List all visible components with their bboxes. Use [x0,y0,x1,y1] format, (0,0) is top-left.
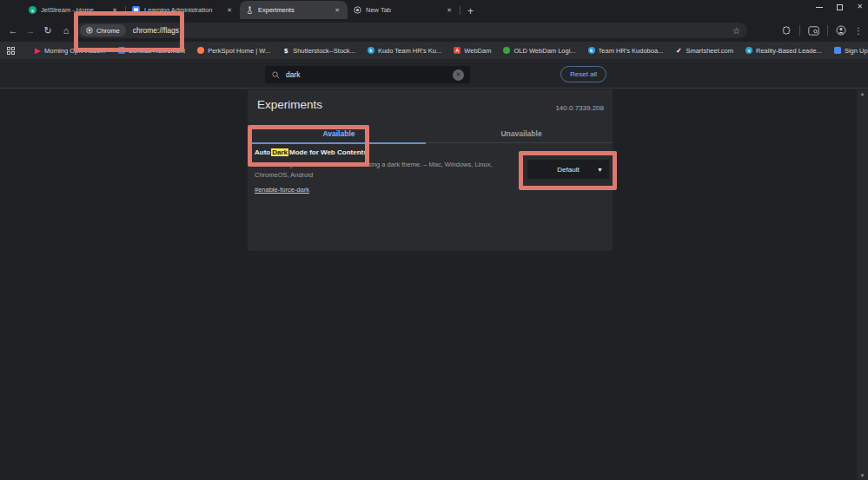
forward-icon[interactable]: → [23,19,38,42]
bookmark-label: WebDam [464,47,491,55]
tab-title: JetStream - Home [41,6,106,14]
kudoboard-badge-icon: k [588,47,595,54]
bookmark-star-icon[interactable]: ☆ [732,26,740,36]
chrome-url-chip: Chrome [80,24,126,36]
flag-dropdown-value: Default [557,166,579,174]
tab-unavailable[interactable]: Unavailable [430,124,613,142]
minimize-icon[interactable] [816,7,823,8]
tab-available[interactable]: Available [248,124,430,142]
learning-favicon-icon [132,6,140,14]
flag-permalink[interactable]: #enable-force-dark [255,186,309,194]
chrome-logo-icon [354,6,361,14]
bookmark-label: Shutterstock--Stock... [293,47,355,55]
bookmark-webdam[interactable]: AWebDam [447,42,497,59]
bookmarks-bar: ▶Morning Op...Video... Schwab Retirement… [0,42,868,59]
bookmark-label: Sign Up [845,47,868,55]
available-tab-underline [248,142,426,144]
signup-badge-icon [834,47,841,54]
new-tab-button[interactable]: + [467,6,474,16]
toolbar-separator [827,25,828,36]
bookmark-shutterstock[interactable]: $Shutterstock--Stock... [276,42,361,59]
page-title: Experiments [257,98,322,111]
toolbar-right-icons: ⋮ [781,19,863,42]
flags-page: dark ✕ Reset all Experiments 140.0.7339.… [0,59,868,480]
jetstream-favicon-icon: s [29,6,36,14]
home-icon[interactable]: ⌂ [58,19,74,42]
tab-learning-administration[interactable]: Learning Administration ✕ [126,1,240,19]
profile-avatar-icon[interactable] [836,25,846,36]
flag-title-post: Mode for Web Contents [289,148,368,156]
address-bar[interactable]: Chrome chrome://flags ☆ [76,23,747,38]
flags-tabs: Available Unavailable [248,124,613,143]
bookmark-sign-up[interactable]: Sign Up [828,42,868,59]
flags-search-input[interactable]: dark ✕ [265,66,470,83]
play-icon: ▶ [34,47,41,54]
bookmark-schwab[interactable]: Schwab Retirement [112,42,191,59]
menu-kebab-icon[interactable]: ⋮ [854,26,863,36]
search-match-highlight: Dark [271,148,288,156]
extensions-puzzle-icon[interactable] [781,25,792,36]
webdam-badge-icon: A [454,47,461,54]
close-window-icon[interactable]: ✕ [857,3,863,10]
flag-dropdown[interactable]: Default ▼ [527,160,609,179]
bookmark-label: Schwab Retirement [129,47,185,55]
maximize-icon[interactable] [837,4,843,10]
bookmark-morning-op[interactable]: ▶Morning Op...Video... [28,42,112,59]
flag-title-pre: Auto [255,148,270,156]
bookmark-label: OLD WebDam Logi... [514,47,575,55]
url-text[interactable]: chrome://flags [133,26,179,35]
reload-icon[interactable]: ↻ [40,19,56,42]
bookmark-reality-based[interactable]: sReality-Based Leade... [739,42,828,59]
tab-title: Experiments [258,6,328,14]
search-value[interactable]: dark [286,70,453,79]
bookmark-team-hr[interactable]: kTeam HR's Kudoboa... [582,42,670,59]
chip-label: Chrome [96,27,120,35]
bookmark-label: Kudo Team HR's Ku... [378,47,441,55]
reality-badge-icon: s [745,47,752,54]
shutterstock-logo-icon: $ [282,47,289,54]
bookmark-kudo-team[interactable]: kKudo Team HR's Ku... [361,42,447,59]
close-tab-icon[interactable]: ✕ [225,6,234,15]
bookmark-label: Morning Op...Video... [44,47,106,55]
scroll-up-icon[interactable]: ▲ [860,91,865,96]
close-tab-icon[interactable]: ✕ [333,6,341,15]
chrome-version: 140.0.7339.208 [555,104,604,112]
flask-icon [246,6,254,14]
apps-grid-icon[interactable] [7,47,15,55]
bookmark-old-webdam[interactable]: OLD WebDam Logi... [497,42,581,59]
schwab-badge-icon [118,47,125,54]
tab-jetstream[interactable]: s JetStream - Home ✕ [23,1,125,19]
reset-all-button[interactable]: Reset all [560,66,606,82]
kudoboard-badge-icon: k [368,47,374,54]
flag-description: Automatically render all web contents us… [255,160,526,180]
tab-search-panel-icon[interactable] [808,26,819,36]
perkspot-dot-icon [197,47,204,54]
bookmark-label: Smartsheet.com [686,47,733,55]
webdam-old-badge-icon [503,47,510,54]
search-icon [272,71,280,79]
close-tab-icon[interactable]: ✕ [445,6,454,15]
back-icon[interactable]: ← [5,19,21,42]
bookmark-label: Team HR's Kudoboa... [599,47,664,55]
tab-title: New Tab [366,6,441,14]
browser-window: s JetStream - Home ✕ Learning Administra… [0,0,868,480]
browser-toolbar: ← → ↻ ⌂ Chrome chrome://flags ☆ ⋮ [0,19,868,42]
page-scrollbar[interactable]: ▲ ▼ [857,89,868,480]
scroll-down-icon[interactable]: ▼ [860,473,865,478]
experiments-panel: Experiments 140.0.7339.208 Available Una… [248,89,613,251]
tab-title: Learning Administration [144,6,221,14]
bookmark-smartsheet[interactable]: ✓Smartsheet.com [669,42,739,59]
toolbar-separator [799,25,800,36]
window-controls: ✕ [816,3,863,10]
clear-search-icon[interactable]: ✕ [453,69,464,81]
tab-strip: s JetStream - Home ✕ Learning Administra… [0,0,868,19]
close-tab-icon[interactable]: ✕ [110,6,119,15]
chrome-logo-icon [86,27,93,34]
bookmark-perkspot[interactable]: PerkSpot Home | W... [191,42,276,59]
smartsheet-check-icon: ✓ [675,47,682,54]
tab-new-tab[interactable]: New Tab ✕ [348,1,460,19]
chevron-down-icon: ▼ [597,167,603,173]
tab-experiments-active[interactable]: Experiments ✕ [240,1,348,19]
flag-title: AutoDarkMode for Web Contents [255,148,606,156]
bookmark-label: PerkSpot Home | W... [208,47,270,55]
